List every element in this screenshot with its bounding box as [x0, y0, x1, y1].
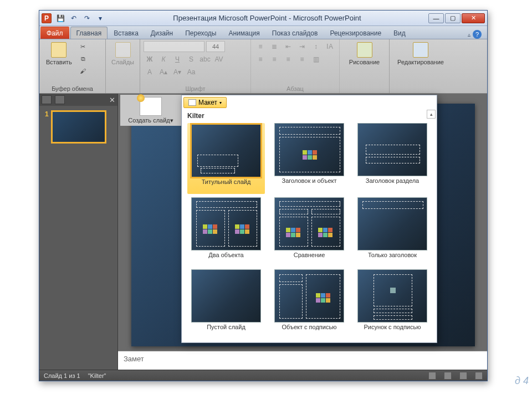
thumb-tab-slides[interactable] — [42, 95, 52, 104]
thumb-close-icon[interactable]: ✕ — [109, 96, 115, 104]
slides-label: Слайды — [111, 59, 134, 65]
titlebar: P 💾 ↶ ↷ ▾ Презентация Microsoft PowerPoi… — [39, 11, 487, 26]
tab-transitions[interactable]: Переходы — [179, 27, 222, 39]
notes-pane[interactable]: Замет — [118, 351, 487, 370]
layout-title-content[interactable]: Заголовок и объект — [270, 123, 348, 194]
drawing-button[interactable]: Рисование — [346, 41, 383, 66]
thumb-tab-outline[interactable] — [55, 95, 65, 104]
minimize-button[interactable]: — — [428, 13, 444, 23]
shrink-font-button[interactable]: A▾ — [171, 66, 183, 78]
bullets-button[interactable]: ≡ — [254, 41, 267, 52]
layout-gallery: Макет ▾ ▴ Kilter Титульный слайд Заголов… — [181, 95, 437, 343]
layout-picture-caption[interactable]: Рисунок с подписью — [354, 269, 431, 338]
tab-view[interactable]: Вид — [387, 27, 412, 39]
thumb-preview — [51, 110, 106, 144]
status-theme: "Kilter" — [88, 372, 106, 379]
gallery-grid: Титульный слайд Заголовок и объект Загол… — [182, 121, 437, 340]
ribbon-minimize-icon[interactable]: ▵ — [468, 32, 470, 38]
tab-animations[interactable]: Анимация — [222, 27, 265, 39]
group-drawing-label — [343, 91, 386, 93]
gallery-section-title: Kilter — [182, 110, 437, 121]
ribbon-tabs: Файл Главная Вставка Дизайн Переходы Ани… — [39, 26, 487, 39]
layout-comparison[interactable]: Сравнение — [270, 197, 348, 266]
clear-format-button[interactable]: Aa — [185, 66, 197, 78]
layout-two-content[interactable]: Два объекта — [187, 197, 265, 266]
layout-content-caption[interactable]: Объект с подписью — [270, 269, 348, 338]
align-left-button[interactable]: ≡ — [254, 54, 267, 65]
font-color-button[interactable]: A — [144, 66, 156, 78]
save-icon[interactable]: 💾 — [55, 13, 66, 24]
format-painter-icon[interactable]: 🖌 — [78, 65, 89, 76]
layout-button[interactable]: Макет ▾ — [183, 97, 227, 108]
indent-dec-button[interactable]: ⇤ — [282, 41, 294, 52]
tab-slideshow[interactable]: Показ слайдов — [266, 27, 324, 39]
window-controls: — ▢ ✕ — [428, 13, 485, 23]
group-clipboard-label: Буфер обмена — [43, 85, 102, 93]
redo-icon[interactable]: ↷ — [81, 13, 93, 24]
layout-icon — [188, 99, 196, 106]
align-right-button[interactable]: ≡ — [282, 54, 294, 65]
paste-button[interactable]: Вставить — [43, 41, 75, 66]
layout-title-slide[interactable]: Титульный слайд — [187, 123, 265, 194]
spacing-button[interactable]: AV — [213, 54, 225, 65]
slide-thumbnail-1[interactable]: 1 — [45, 110, 112, 144]
numbering-button[interactable]: ≣ — [268, 41, 280, 52]
tab-design[interactable]: Дизайн — [145, 27, 179, 39]
shapes-icon — [357, 42, 372, 58]
qat-dropdown-icon[interactable]: ▾ — [95, 13, 106, 24]
group-drawing: Рисование — [340, 39, 390, 93]
copy-icon[interactable]: ⧉ — [78, 53, 89, 64]
font-name-combo[interactable] — [144, 41, 204, 52]
shadow-button[interactable]: S — [185, 54, 197, 65]
chevron-down-icon: ▾ — [219, 100, 222, 105]
tab-file[interactable]: Файл — [40, 27, 69, 39]
new-slide-button[interactable]: Создать слайд▾ — [122, 97, 179, 124]
group-paragraph-label: Абзац — [254, 85, 336, 93]
close-button[interactable]: ✕ — [462, 13, 485, 23]
cut-icon[interactable]: ✂ — [78, 41, 89, 52]
layout-title-only[interactable]: Только заголовок — [354, 197, 431, 266]
group-font: 44 Ж К Ч S abc AV A A▴ A▾ Aa Шрифт — [140, 39, 251, 93]
new-slide-panel: Создать слайд▾ — [120, 95, 181, 126]
strike-button[interactable]: abc — [199, 54, 211, 65]
chevron-down-icon: ▾ — [170, 117, 173, 124]
tab-review[interactable]: Рецензирование — [324, 27, 387, 39]
tab-home[interactable]: Главная — [70, 27, 108, 39]
align-center-button[interactable]: ≡ — [268, 54, 280, 65]
indent-inc-button[interactable]: ⇥ — [296, 41, 308, 52]
view-normal-icon[interactable] — [428, 372, 436, 380]
underline-button[interactable]: Ч — [171, 54, 183, 65]
group-slides: Слайды — [106, 39, 140, 93]
italic-button[interactable]: К — [157, 54, 170, 65]
slides-icon — [115, 42, 131, 58]
justify-button[interactable]: ≡ — [296, 54, 308, 65]
group-clipboard: Вставить ✂ ⧉ 🖌 Буфер обмена — [39, 39, 106, 93]
status-slide-count: Слайд 1 из 1 — [44, 372, 80, 379]
layout-blank[interactable]: Пустой слайд — [187, 269, 265, 338]
window-title: Презентация Microsoft PowerPoint - Micro… — [106, 14, 428, 22]
tab-insert[interactable]: Вставка — [108, 27, 145, 39]
view-slideshow-icon[interactable] — [475, 372, 483, 380]
statusbar: Слайд 1 из 1 "Kilter" — [39, 370, 487, 381]
editing-button[interactable]: Редактирование — [394, 41, 447, 66]
maximize-button[interactable]: ▢ — [445, 13, 461, 23]
grow-font-button[interactable]: A▴ — [157, 66, 170, 78]
text-direction-button[interactable]: ⅠA — [324, 41, 336, 52]
view-sorter-icon[interactable] — [444, 372, 452, 380]
new-slide-label: Создать слайд — [128, 117, 170, 124]
editing-label: Редактирование — [397, 59, 444, 65]
app-icon[interactable]: P — [42, 13, 52, 23]
undo-icon[interactable]: ↶ — [68, 13, 79, 24]
slides-button[interactable]: Слайды — [108, 41, 137, 66]
bold-button[interactable]: Ж — [144, 54, 156, 65]
layout-section-header[interactable]: Заголовок раздела — [354, 123, 431, 194]
group-paragraph: ≡ ≣ ⇤ ⇥ ↕ ⅠA ≡ ≡ ≡ ≡ ▥ Абзац — [251, 39, 340, 93]
new-slide-icon — [140, 97, 162, 116]
line-spacing-button[interactable]: ↕ — [310, 41, 322, 52]
help-icon[interactable]: ? — [473, 30, 482, 39]
view-reading-icon[interactable] — [459, 372, 467, 380]
app-window: P 💾 ↶ ↷ ▾ Презентация Microsoft PowerPoi… — [39, 10, 488, 381]
font-size-combo[interactable]: 44 — [206, 41, 225, 52]
columns-button[interactable]: ▥ — [310, 54, 322, 65]
gallery-scroll-up[interactable]: ▴ — [427, 110, 436, 119]
